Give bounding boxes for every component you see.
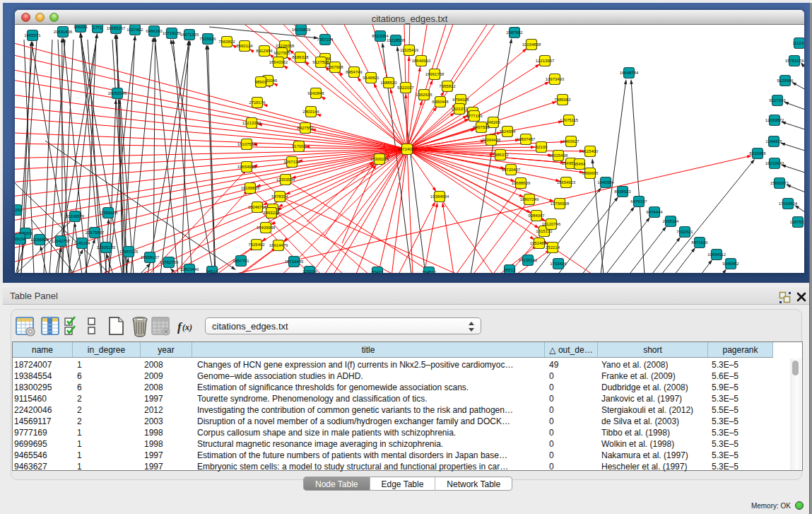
svg-text:15751074: 15751074 <box>785 59 804 63</box>
svg-text:15716485: 15716485 <box>285 259 304 264</box>
svg-text:15692971: 15692971 <box>770 181 789 185</box>
svg-text:7955812: 7955812 <box>439 84 456 88</box>
svg-text:10973493: 10973493 <box>546 77 565 81</box>
svg-text:9115400: 9115400 <box>582 149 599 153</box>
svg-text:6479197: 6479197 <box>630 199 647 204</box>
svg-text:18807249: 18807249 <box>520 197 539 201</box>
svg-text:15720407: 15720407 <box>502 168 521 172</box>
svg-text:20053346: 20053346 <box>108 91 127 95</box>
svg-text:3493222: 3493222 <box>263 211 280 215</box>
svg-text:16782759: 16782759 <box>160 260 179 264</box>
svg-text:39154: 39154 <box>15 237 26 241</box>
svg-text:9227343: 9227343 <box>769 98 786 103</box>
svg-text:104522: 104522 <box>422 270 437 273</box>
svg-text:18261: 18261 <box>15 208 23 212</box>
svg-text:20364436: 20364436 <box>482 138 501 142</box>
svg-text:16648784: 16648784 <box>620 71 639 75</box>
svg-text:8660124: 8660124 <box>236 44 253 48</box>
svg-text:10719185: 10719185 <box>163 31 182 35</box>
svg-text:1145194: 1145194 <box>74 241 91 245</box>
svg-text:16654923: 16654923 <box>557 180 576 185</box>
svg-text:9657791: 9657791 <box>233 259 249 263</box>
svg-text:1362615: 1362615 <box>416 93 433 97</box>
svg-text:10807487: 10807487 <box>517 137 536 141</box>
svg-text:3624554: 3624554 <box>499 129 516 134</box>
svg-text:19756928: 19756928 <box>551 201 570 206</box>
svg-text:7386372: 7386372 <box>492 153 509 157</box>
svg-text:1167533: 1167533 <box>790 220 804 224</box>
svg-text:6990448: 6990448 <box>432 100 449 104</box>
svg-text:746266: 746266 <box>486 120 501 124</box>
svg-text:13353594: 13353594 <box>276 177 295 182</box>
svg-text:7515526: 7515526 <box>199 37 216 41</box>
svg-text:1640954: 1640954 <box>597 180 614 185</box>
svg-text:10046766: 10046766 <box>248 205 267 209</box>
svg-text:(x): (x) <box>182 322 192 332</box>
svg-text:9146821: 9146821 <box>363 76 379 80</box>
svg-text:10654112: 10654112 <box>707 252 726 257</box>
svg-text:1621072: 1621072 <box>451 107 468 111</box>
svg-text:95512: 95512 <box>504 268 516 272</box>
svg-text:9327505: 9327505 <box>273 51 290 55</box>
svg-text:17359928: 17359928 <box>99 211 118 215</box>
svg-text:7625402: 7625402 <box>248 243 265 247</box>
svg-text:8186328: 8186328 <box>292 55 309 59</box>
svg-text:16033809: 16033809 <box>292 28 311 32</box>
svg-text:252214: 252214 <box>546 245 560 250</box>
svg-text:1244415: 1244415 <box>765 139 782 144</box>
svg-text:2367608: 2367608 <box>326 65 343 69</box>
svg-text:1527602: 1527602 <box>126 28 143 32</box>
svg-text:16210643: 16210643 <box>765 161 784 165</box>
svg-text:7485063: 7485063 <box>554 98 571 102</box>
svg-text:19166825: 19166825 <box>241 186 260 190</box>
svg-text:1771: 1771 <box>93 25 102 30</box>
svg-text:16409948: 16409948 <box>257 226 276 230</box>
svg-text:16107553: 16107553 <box>237 142 257 146</box>
svg-text:1405571: 1405571 <box>24 33 41 37</box>
svg-text:10688609: 10688609 <box>512 181 531 185</box>
svg-text:20975867: 20975867 <box>86 230 105 235</box>
svg-text:917006: 917006 <box>292 144 307 148</box>
svg-text:9084067: 9084067 <box>528 214 545 218</box>
svg-text:17016504: 17016504 <box>779 201 798 206</box>
svg-text:5322037: 5322037 <box>397 86 414 90</box>
svg-text:3267130: 3267130 <box>283 160 300 164</box>
svg-text:7663822: 7663822 <box>218 40 235 44</box>
svg-text:8912954: 8912954 <box>256 49 273 53</box>
svg-text:12093872: 12093872 <box>765 118 784 122</box>
svg-text:111216: 111216 <box>792 41 804 45</box>
svg-text:8454749: 8454749 <box>346 70 363 74</box>
svg-text:6794028: 6794028 <box>452 98 469 102</box>
svg-text:8938923: 8938923 <box>614 189 631 194</box>
svg-text:9777169: 9777169 <box>466 114 483 118</box>
svg-text:11325419: 11325419 <box>400 48 419 52</box>
svg-text:62100: 62100 <box>536 145 548 149</box>
svg-text:9127508: 9127508 <box>312 60 329 64</box>
svg-text:19654985: 19654985 <box>237 165 257 169</box>
svg-text:16120746: 16120746 <box>542 222 561 226</box>
svg-text:7632621: 7632621 <box>676 230 693 234</box>
svg-text:5878334: 5878334 <box>271 194 288 199</box>
svg-text:2718176: 2718176 <box>249 100 266 105</box>
svg-text:19384554: 19384554 <box>430 194 449 199</box>
svg-text:11156829: 11156829 <box>30 238 49 242</box>
svg-text:125034: 125034 <box>302 269 317 273</box>
svg-text:10154838: 10154838 <box>522 42 541 47</box>
svg-text:9242848: 9242848 <box>307 91 324 95</box>
svg-text:9474444: 9474444 <box>646 210 663 214</box>
svg-text:6466160: 6466160 <box>146 29 163 33</box>
svg-text:10958107: 10958107 <box>141 255 160 259</box>
svg-text:98901: 98901 <box>255 80 267 84</box>
svg-text:6497508: 6497508 <box>473 125 490 129</box>
svg-text:20691406: 20691406 <box>54 30 73 34</box>
svg-text:18724007: 18724007 <box>398 147 417 151</box>
svg-text:8215958: 8215958 <box>749 151 766 156</box>
svg-text:18640910: 18640910 <box>412 59 431 63</box>
svg-text:9463627: 9463627 <box>563 139 579 144</box>
svg-text:12213967: 12213967 <box>536 59 555 63</box>
svg-text:15300275: 15300275 <box>370 157 389 161</box>
svg-text:8427552: 8427552 <box>297 126 314 130</box>
svg-text:12823446: 12823446 <box>180 267 199 271</box>
svg-text:16961758: 16961758 <box>425 72 445 76</box>
svg-text:16671355: 16671355 <box>180 33 199 37</box>
